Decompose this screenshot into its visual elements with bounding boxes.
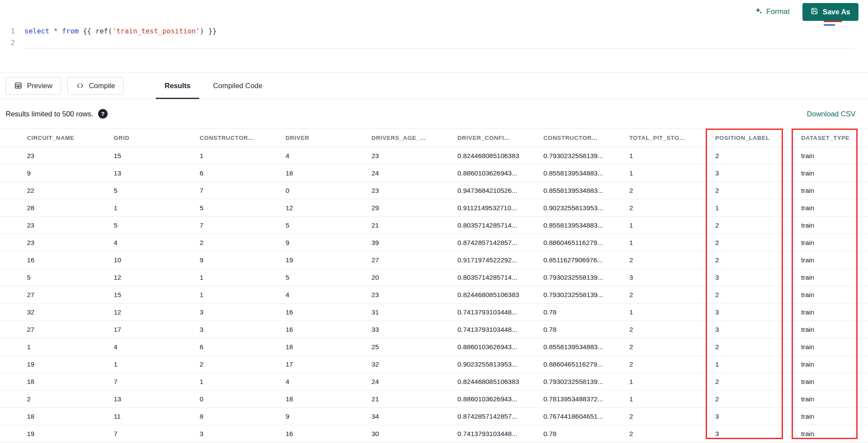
table-cell: 27 [372, 251, 457, 269]
column-header[interactable]: POSITION_LABEL [715, 129, 801, 147]
column-header[interactable]: TOTAL_PIT_STO... [629, 129, 715, 147]
save-as-button[interactable]: Save As [802, 3, 858, 21]
table-row: 51215200.8035714285714...0.7930232558139… [0, 269, 868, 286]
table-cell: 0.8860465116279... [543, 234, 629, 251]
table-cell: 1 [629, 304, 715, 321]
table-cell: 0.8742857142857... [457, 408, 543, 425]
table-row: 231514230.8244680851063830.7930232558139… [0, 147, 868, 165]
table-cell: 5 [286, 217, 372, 234]
table-row: 281512290.9112149532710...0.902325581395… [0, 199, 868, 217]
table-cell: 0.8860103626943... [457, 165, 543, 182]
table-cell: 2 [629, 182, 715, 199]
table-cell: 18 [0, 373, 114, 390]
table-cell: 2 [629, 199, 715, 217]
table-row: 181189340.8742857142857...0.767441860465… [0, 408, 868, 425]
table-cell: 4 [114, 234, 200, 251]
tab-compiled-code-label: Compiled Code [213, 82, 263, 90]
editor-line[interactable]: 1select * from {{ ref('train_test_positi… [0, 25, 868, 37]
sql-editor[interactable]: 1select * from {{ ref('train_test_positi… [0, 23, 868, 72]
table-cell: 1 [715, 199, 801, 217]
table-cell: 0.824468085106383 [457, 147, 543, 165]
table-cell: 0.7413793103448... [457, 425, 543, 443]
download-csv-link[interactable]: Download CSV [807, 110, 855, 118]
table-cell: 23 [372, 182, 457, 199]
column-header[interactable]: CONSTRUCTOR... [200, 129, 286, 147]
table-cell: 2 [715, 217, 801, 234]
table-cell: 31 [372, 304, 457, 321]
table-cell: train [801, 356, 868, 373]
table-cell: 21 [372, 390, 457, 408]
table-cell: 13 [114, 390, 200, 408]
table-cell: 30 [372, 425, 457, 443]
table-cell: 0.9023255813953... [543, 199, 629, 217]
table-cell: 1 [114, 199, 200, 217]
table-cell: 2 [715, 234, 801, 251]
table-cell: 0.9473684210526... [457, 182, 543, 199]
table-cell: 0.8742857142857... [457, 234, 543, 251]
column-header[interactable]: GRID [114, 129, 200, 147]
table-cell: 23 [0, 217, 114, 234]
code-line-content[interactable]: select * from {{ ref('train_test_positio… [24, 26, 854, 37]
table-cell: train [801, 217, 868, 234]
table-cell: 2 [629, 321, 715, 338]
table-cell: 19 [286, 251, 372, 269]
table-cell: train [801, 165, 868, 182]
table-cell: 18 [0, 408, 114, 425]
tab-results[interactable]: Results [153, 73, 202, 99]
results-tabs: Results Compiled Code [153, 73, 273, 99]
save-as-label: Save As [822, 8, 850, 16]
table-row: 18714240.8244680851063830.7930232558139.… [0, 373, 868, 390]
code-token-keyword: from [62, 27, 79, 35]
table-cell: 12 [114, 269, 200, 286]
table-cell: train [801, 269, 868, 286]
table-cell: 5 [114, 217, 200, 234]
table-cell: 0.7674418604651... [543, 408, 629, 425]
column-header[interactable]: DATASET_TYPE [801, 129, 868, 147]
table-cell: 8 [200, 408, 286, 425]
table-cell: 2 [715, 338, 801, 356]
table-cell: 33 [372, 321, 457, 338]
table-cell: 22 [0, 182, 114, 199]
table-cell: 4 [286, 373, 372, 390]
table-cell: 7 [114, 373, 200, 390]
table-cell: 23 [372, 147, 457, 165]
table-cell: train [801, 286, 868, 304]
preview-button[interactable]: Preview [6, 77, 61, 95]
code-line-content[interactable] [24, 37, 854, 49]
table-cell: 23 [0, 234, 114, 251]
column-header[interactable]: DRIVER_CONFI... [457, 129, 543, 147]
table-row: 14618250.8860103626943...0.8558139534883… [0, 338, 868, 356]
table-cell: 0.78 [543, 321, 629, 338]
help-icon[interactable]: ? [98, 109, 108, 119]
table-cell: 2 [629, 356, 715, 373]
format-button[interactable]: Format [755, 7, 790, 17]
table-cell: 3 [200, 321, 286, 338]
editor-line[interactable]: 2 [0, 37, 868, 49]
table-grid-icon [14, 82, 22, 89]
table-cell: 2 [715, 147, 801, 165]
results-table: CIRCUIT_NAMEGRIDCONSTRUCTOR...DRIVERDRIV… [0, 129, 868, 443]
table-cell: 21 [372, 217, 457, 234]
table-cell: 16 [286, 321, 372, 338]
table-row: 23429390.8742857142857...0.8860465116279… [0, 234, 868, 251]
column-header[interactable]: DRIVER [286, 129, 372, 147]
table-cell: 7 [200, 182, 286, 199]
table-cell: 5 [286, 269, 372, 286]
column-header[interactable]: DRIVERS_AGE_... [372, 129, 457, 147]
minimap-keyword-mark [824, 24, 835, 26]
table-cell: train [801, 338, 868, 356]
table-cell: 0 [200, 390, 286, 408]
table-cell: 19 [0, 356, 114, 373]
table-cell: 0.8860465116279... [543, 356, 629, 373]
column-header[interactable]: CONSTRUCTOR... [543, 129, 629, 147]
column-header[interactable]: CIRCUIT_NAME [0, 129, 114, 147]
code-token-plain [58, 27, 62, 35]
tab-compiled-code[interactable]: Compiled Code [202, 73, 274, 99]
table-cell: 0.7813953488372... [543, 390, 629, 408]
table-cell: 4 [114, 338, 200, 356]
table-cell: 0.7930232558139... [543, 269, 629, 286]
table-cell: 12 [114, 304, 200, 321]
compile-button[interactable]: Compile [67, 77, 124, 95]
table-cell: 1 [629, 234, 715, 251]
table-cell: 24 [372, 373, 457, 390]
